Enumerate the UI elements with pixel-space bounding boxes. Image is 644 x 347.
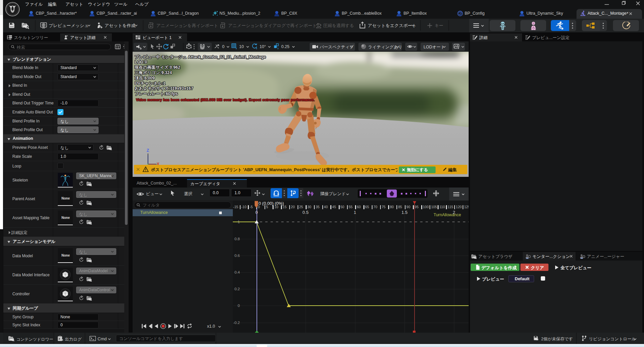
- svg-text:Z: Z: [147, 148, 149, 153]
